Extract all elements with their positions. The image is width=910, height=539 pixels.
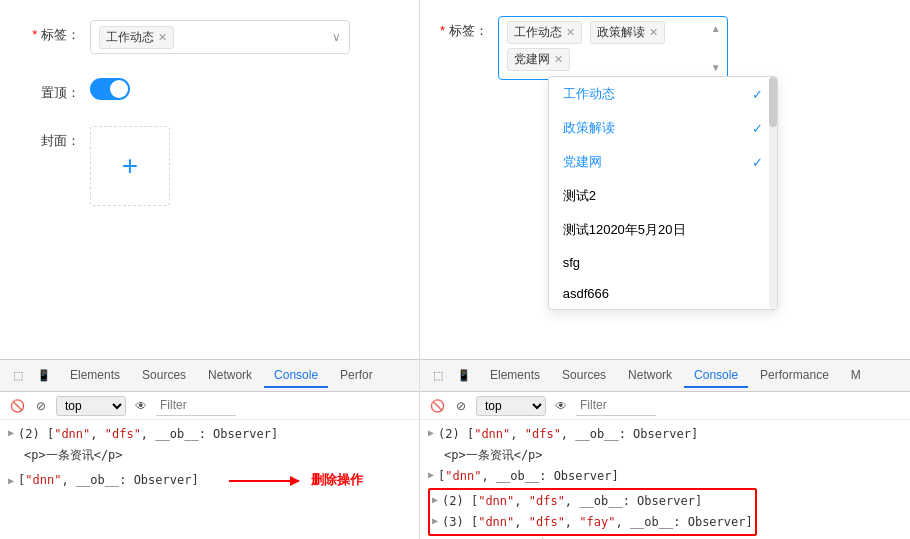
left-dt-tab-sources[interactable]: Sources xyxy=(132,364,196,388)
right-highlighted-block: ▶ (2) ["dnn", "dfs", __ob__: Observer] ▶… xyxy=(428,488,757,536)
right-dt-clear-icon[interactable]: 🚫 xyxy=(428,397,446,415)
right-scroll-down[interactable]: ▼ xyxy=(711,62,721,73)
left-devtools-tabs: ⬚ 📱 Elements Sources Network Console Per… xyxy=(0,360,419,392)
left-top-label: 置顶： xyxy=(30,78,80,102)
left-devtools: ⬚ 📱 Elements Sources Network Console Per… xyxy=(0,359,419,539)
check-icon-1: ✓ xyxy=(752,87,763,102)
right-tag-item-2: 政策解读 ✕ xyxy=(590,21,665,44)
right-tag-close-3[interactable]: ✕ xyxy=(554,53,563,66)
left-dt-context-select[interactable]: top xyxy=(56,396,126,416)
right-dropdown-scrollbar xyxy=(769,77,777,309)
left-dt-pause-icon[interactable]: ⊘ xyxy=(32,397,50,415)
right-tag-close-1[interactable]: ✕ xyxy=(566,26,575,39)
plus-icon: + xyxy=(122,150,138,182)
right-dt-icon-mobile[interactable]: 📱 xyxy=(454,366,474,386)
right-tag-item-3: 党建网 ✕ xyxy=(507,48,570,71)
right-console-line-3: ▶ ["dnn", __ob__: Observer] xyxy=(428,466,902,487)
left-console-line-2: <p>一条资讯</p> xyxy=(8,445,411,466)
right-dt-tab-performance[interactable]: Performance xyxy=(750,364,839,388)
right-console-line-2: <p>一条资讯</p> xyxy=(428,445,902,466)
left-console-line-3-area: ▶ ["dnn", __ob__: Observer] 删除操作 xyxy=(8,466,411,495)
right-devtools: ⬚ 📱 Elements Sources Network Console Per… xyxy=(420,359,910,539)
right-console-line-4: ▶ (2) ["dnn", "dfs", __ob__: Observer] xyxy=(432,491,753,512)
right-dt-icon-inspect[interactable]: ⬚ xyxy=(428,366,448,386)
left-tag-close-1[interactable]: ✕ xyxy=(158,31,167,44)
left-dt-eye-icon[interactable]: 👁 xyxy=(132,397,150,415)
right-tags-row: * 标签： 工作动态 ✕ 政策解读 ✕ xyxy=(440,16,890,80)
right-devtools-tabs: ⬚ 📱 Elements Sources Network Console Per… xyxy=(420,360,910,392)
right-dropdown-item-1[interactable]: 工作动态 ✓ xyxy=(549,77,777,111)
right-tag-item-1: 工作动态 ✕ xyxy=(507,21,582,44)
left-annotation-label: 删除操作 xyxy=(311,470,363,491)
check-icon-2: ✓ xyxy=(752,121,763,136)
right-scroll-up[interactable]: ▲ xyxy=(711,23,721,34)
right-dt-tab-console[interactable]: Console xyxy=(684,364,748,388)
right-console-arrow-1[interactable]: ▶ xyxy=(428,425,434,441)
right-dt-tab-sources[interactable]: Sources xyxy=(552,364,616,388)
right-console-line-1: ▶ (2) ["dnn", "dfs", __ob__: Observer] xyxy=(428,424,902,445)
right-tag-row: 工作动态 ✕ 政策解读 ✕ xyxy=(507,21,719,44)
right-dt-tab-elements[interactable]: Elements xyxy=(480,364,550,388)
left-devtools-content: ▶ (2) ["dnn", "dfs", __ob__: Observer] <… xyxy=(0,420,419,539)
right-tag-close-2[interactable]: ✕ xyxy=(649,26,658,39)
left-cover-row: 封面： + xyxy=(30,126,389,206)
right-tags-label: * 标签： xyxy=(440,16,488,40)
left-dt-filter-input[interactable] xyxy=(156,396,236,416)
left-console-arrow-3[interactable]: ▶ xyxy=(8,473,14,489)
left-dt-icon-inspect[interactable]: ⬚ xyxy=(8,366,28,386)
right-dt-tab-network[interactable]: Network xyxy=(618,364,682,388)
left-dt-tab-console[interactable]: Console xyxy=(264,364,328,388)
right-dropdown[interactable]: 工作动态 ✓ 政策解读 ✓ 党建网 ✓ 测试2 测试12 xyxy=(548,76,778,310)
right-dt-tab-m[interactable]: M xyxy=(841,364,871,388)
right-dt-eye-icon[interactable]: 👁 xyxy=(552,397,570,415)
left-dt-tab-perfor[interactable]: Perfor xyxy=(330,364,383,388)
right-tag-input[interactable]: 工作动态 ✕ 政策解读 ✕ 党建网 ✕ ▲ xyxy=(498,16,728,80)
right-dropdown-item-2[interactable]: 政策解读 ✓ xyxy=(549,111,777,145)
left-dt-clear-icon[interactable]: 🚫 xyxy=(8,397,26,415)
left-dt-tab-elements[interactable]: Elements xyxy=(60,364,130,388)
right-dropdown-item-4[interactable]: 测试2 xyxy=(549,179,777,213)
left-console-line-1: ▶ (2) ["dnn", "dfs", __ob__: Observer] xyxy=(8,424,411,445)
left-tags-row: * 标签： 工作动态 ✕ ∨ xyxy=(30,20,389,54)
right-panel: * 标签： 工作动态 ✕ 政策解读 ✕ xyxy=(420,0,910,539)
right-dt-pause-icon[interactable]: ⊘ xyxy=(452,397,470,415)
right-console-arrow-4[interactable]: ▶ xyxy=(432,492,438,508)
left-tags-label: * 标签： xyxy=(30,20,80,44)
right-console-line-5: ▶ (3) ["dnn", "dfs", "fay", __ob__: Obse… xyxy=(432,512,753,533)
right-dt-filter-input[interactable] xyxy=(576,396,656,416)
right-dropdown-item-5[interactable]: 测试12020年5月20日 xyxy=(549,213,777,247)
left-tag-item-1: 工作动态 ✕ xyxy=(99,26,174,49)
right-console-arrow-3[interactable]: ▶ xyxy=(428,467,434,483)
right-dropdown-item-3[interactable]: 党建网 ✓ xyxy=(549,145,777,179)
right-devtools-content: ▶ (2) ["dnn", "dfs", __ob__: Observer] <… xyxy=(420,420,910,539)
left-form-area: * 标签： 工作动态 ✕ ∨ 置顶： 封面： + xyxy=(0,0,419,359)
right-devtools-toolbar: 🚫 ⊘ top 👁 xyxy=(420,392,910,420)
right-dropdown-item-7[interactable]: asdf666 xyxy=(549,278,777,309)
left-devtools-toolbar: 🚫 ⊘ top 👁 xyxy=(0,392,419,420)
left-dt-tab-network[interactable]: Network xyxy=(198,364,262,388)
left-cover-upload[interactable]: + xyxy=(90,126,170,206)
left-panel: * 标签： 工作动态 ✕ ∨ 置顶： 封面： + xyxy=(0,0,420,539)
right-dropdown-item-6[interactable]: sfg xyxy=(549,247,777,278)
left-dt-icon-mobile[interactable]: 📱 xyxy=(34,366,54,386)
right-tag-row-2: 党建网 ✕ xyxy=(507,48,719,71)
right-dropdown-scrollbar-thumb[interactable] xyxy=(769,77,777,127)
left-console-arrow-1[interactable]: ▶ xyxy=(8,425,14,441)
left-top-row: 置顶： xyxy=(30,78,389,102)
left-cover-label: 封面： xyxy=(30,126,80,150)
right-dt-context-select[interactable]: top xyxy=(476,396,546,416)
check-icon-3: ✓ xyxy=(752,155,763,170)
right-console-arrow-5[interactable]: ▶ xyxy=(432,513,438,529)
left-tag-input[interactable]: 工作动态 ✕ ∨ xyxy=(90,20,350,54)
right-form-area: * 标签： 工作动态 ✕ 政策解读 ✕ xyxy=(420,0,910,359)
left-dropdown-arrow: ∨ xyxy=(332,30,341,44)
left-toggle[interactable] xyxy=(90,78,130,100)
